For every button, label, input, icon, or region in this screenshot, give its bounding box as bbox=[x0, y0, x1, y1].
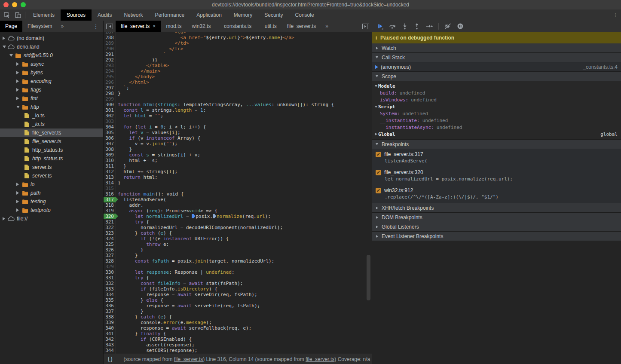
device-toolbar-icon[interactable] bbox=[15, 12, 21, 18]
disclosure-collapsed-icon[interactable] bbox=[16, 71, 21, 74]
disclosure-expanded-icon[interactable] bbox=[374, 106, 378, 108]
line-number[interactable]: 344 bbox=[104, 348, 116, 353]
disclosure-collapsed-icon[interactable] bbox=[16, 80, 21, 83]
disclosure-collapsed-icon[interactable] bbox=[16, 200, 21, 203]
breakpoint-checkbox[interactable]: ✓ bbox=[376, 170, 381, 175]
tab-overflow-icon[interactable]: » bbox=[321, 21, 333, 32]
line-number[interactable]: 332 bbox=[104, 281, 116, 286]
editor-tab-file-server-ts[interactable]: file_server.ts bbox=[282, 21, 321, 32]
main-menu-icon[interactable]: ⋮ bbox=[610, 9, 621, 21]
scope-group-global[interactable]: Globalglobal bbox=[372, 131, 621, 138]
line-number[interactable]: 341 bbox=[104, 331, 116, 336]
editor-tab--util-ts[interactable]: _util.ts bbox=[257, 21, 282, 32]
disclosure-expanded-icon[interactable] bbox=[9, 54, 15, 57]
tree-item-path[interactable]: path bbox=[0, 189, 103, 197]
breakpoint-entry[interactable]: ✓win32.ts:912.replace(/^\/*([A-Za-z]:)(\… bbox=[372, 185, 621, 203]
line-number[interactable]: 304 bbox=[104, 124, 116, 130]
tree-item-testing[interactable]: testing bbox=[0, 197, 103, 206]
editor-scrollbar[interactable] bbox=[367, 255, 370, 300]
line-number[interactable]: 310 bbox=[104, 158, 116, 163]
line-number[interactable]: 335 bbox=[104, 297, 116, 303]
line-number[interactable]: 337 bbox=[104, 309, 116, 314]
line-number[interactable]: 324 bbox=[104, 236, 116, 242]
line-number[interactable]: 317 bbox=[104, 197, 116, 202]
line-number[interactable]: 315 bbox=[104, 186, 116, 191]
line-number[interactable]: 326 bbox=[104, 247, 116, 253]
inspect-element-icon[interactable] bbox=[3, 12, 10, 18]
line-number[interactable]: 294 bbox=[104, 68, 116, 74]
tree-item-file-[interactable]: file:// bbox=[0, 214, 103, 223]
line-number[interactable]: 291 bbox=[104, 52, 116, 57]
hide-navigator-icon[interactable] bbox=[104, 21, 116, 32]
line-number[interactable]: 329 bbox=[104, 264, 116, 269]
pause-on-exceptions-icon[interactable] bbox=[457, 23, 464, 30]
editor-tab-mod-ts[interactable]: mod.ts bbox=[161, 21, 187, 32]
breakpoint-entry[interactable]: ✓file_server.ts:320let normalizedUrl = p… bbox=[372, 167, 621, 185]
line-number[interactable]: 301 bbox=[104, 107, 116, 113]
section-call-stack[interactable]: Call Stack bbox=[372, 53, 621, 62]
line-number[interactable]: 342 bbox=[104, 336, 116, 342]
line-number[interactable]: 302 bbox=[104, 113, 116, 119]
tree-item-textproto[interactable]: textproto bbox=[0, 206, 103, 214]
tree-item-bytes[interactable]: bytes bbox=[0, 68, 103, 77]
line-number[interactable]: 297 bbox=[104, 85, 116, 91]
tree-item-server.ts[interactable]: server.ts bbox=[0, 163, 103, 171]
tab-elements[interactable]: Elements bbox=[27, 9, 61, 21]
scope-variable[interactable]: __instantiate:undefined bbox=[372, 117, 621, 124]
disclosure-collapsed-icon[interactable] bbox=[16, 183, 21, 186]
line-number[interactable]: 323 bbox=[104, 230, 116, 236]
tree-item-io[interactable]: io bbox=[0, 180, 103, 189]
step-icon[interactable] bbox=[425, 23, 433, 30]
scope-variable[interactable]: isWindows:undefined bbox=[372, 96, 621, 103]
tree-item-http-status.ts[interactable]: http_status.ts bbox=[0, 146, 103, 154]
tree-item-std-v0.50.0[interactable]: std@v0.50.0 bbox=[0, 51, 103, 60]
disclosure-expanded-icon[interactable] bbox=[374, 85, 378, 87]
close-tab-icon[interactable]: × bbox=[153, 21, 156, 32]
section-breakpoints[interactable]: Breakpoints bbox=[372, 140, 621, 149]
tree-item-async[interactable]: async bbox=[0, 60, 103, 68]
step-over-icon[interactable] bbox=[389, 23, 396, 30]
scope-variable[interactable]: build:undefined bbox=[372, 89, 621, 96]
line-number[interactable]: 288 bbox=[104, 35, 116, 40]
disclosure-expanded-icon[interactable] bbox=[16, 106, 21, 108]
line-number[interactable]: 311 bbox=[104, 163, 116, 169]
step-into-icon[interactable] bbox=[401, 23, 408, 30]
line-number[interactable]: 316 bbox=[104, 191, 116, 197]
tab-audits[interactable]: Audits bbox=[92, 9, 118, 21]
section-global-listeners[interactable]: Global Listeners bbox=[372, 222, 621, 232]
disclosure-collapsed-icon[interactable] bbox=[3, 217, 8, 220]
section-dom-breakpoints[interactable]: DOM Breakpoints bbox=[372, 213, 621, 222]
disclosure-expanded-icon[interactable] bbox=[3, 46, 8, 48]
line-number[interactable]: 290 bbox=[104, 46, 116, 52]
deactivate-breakpoints-icon[interactable] bbox=[444, 23, 452, 30]
sidebar-menu-icon[interactable]: ⋮ bbox=[92, 21, 99, 32]
disclosure-collapsed-icon[interactable] bbox=[3, 37, 8, 40]
tree-item-encoding[interactable]: encoding bbox=[0, 77, 103, 86]
disclosure-collapsed-icon[interactable] bbox=[16, 97, 21, 100]
line-number[interactable]: 319 bbox=[104, 208, 116, 214]
disclosure-collapsed-icon[interactable] bbox=[16, 208, 21, 212]
line-number[interactable]: 296 bbox=[104, 80, 116, 85]
tree-item-fmt[interactable]: fmt bbox=[0, 94, 103, 103]
show-debugger-sidebar-icon[interactable] bbox=[360, 21, 372, 32]
line-number[interactable]: 343 bbox=[104, 342, 116, 348]
status-file-link[interactable]: file_server.ts bbox=[174, 356, 203, 362]
breakpoint-checkbox[interactable]: ✓ bbox=[376, 188, 381, 193]
line-number[interactable]: 295 bbox=[104, 74, 116, 80]
scope-variable[interactable]: __instantiateAsync:undefined bbox=[372, 124, 621, 131]
tab-application[interactable]: Application bbox=[190, 9, 228, 21]
line-number[interactable]: 340 bbox=[104, 325, 116, 331]
line-number[interactable]: 333 bbox=[104, 286, 116, 292]
line-number[interactable]: 328 bbox=[104, 258, 116, 264]
tab-memory[interactable]: Memory bbox=[228, 9, 258, 21]
status-file-link[interactable]: file_server.ts bbox=[306, 356, 334, 362]
section-event-listener-breakpoints[interactable]: Event Listener Breakpoints bbox=[372, 232, 621, 241]
line-number[interactable]: 330 bbox=[104, 269, 116, 275]
tree-item-http-status.ts[interactable]: http_status.ts bbox=[0, 154, 103, 163]
line-number[interactable]: 298 bbox=[104, 91, 116, 96]
tab-performance[interactable]: Performance bbox=[149, 9, 190, 21]
line-number[interactable]: 320 bbox=[104, 214, 116, 219]
scope-variable[interactable]: System:undefined bbox=[372, 110, 621, 117]
tab-console[interactable]: Console bbox=[289, 9, 320, 21]
editor-tab--constants-ts[interactable]: _constants.ts bbox=[216, 21, 257, 32]
